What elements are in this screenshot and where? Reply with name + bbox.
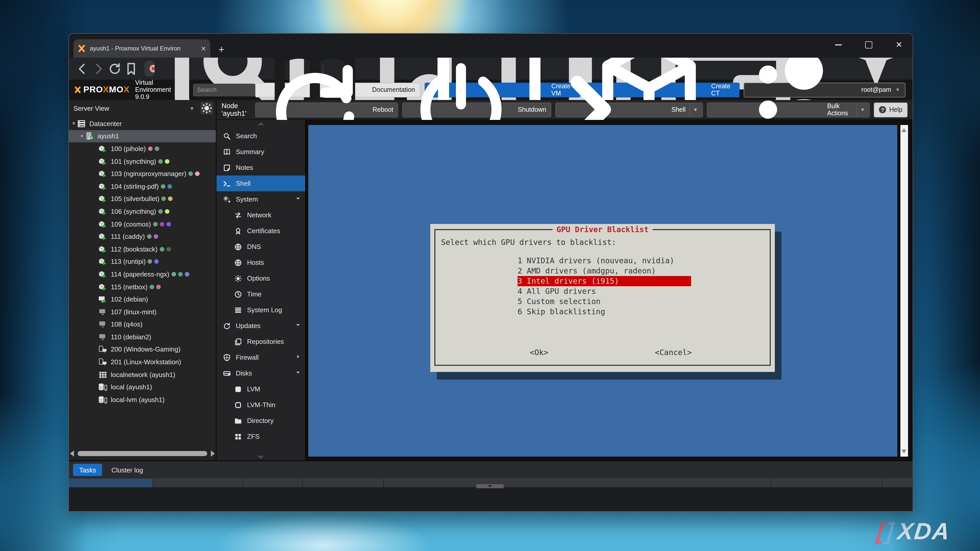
view-selector[interactable]: Server View [73,104,189,112]
tree-item[interactable]: 110 (debian2) [69,330,216,343]
chevron-down-icon[interactable]: ▼ [690,103,698,117]
tree-item[interactable]: 108 (q4os) [69,318,216,330]
scroll-up-icon[interactable] [901,128,907,132]
nav-item-updates[interactable]: Updates [216,318,305,333]
reload-icon[interactable] [108,62,122,76]
shutdown-button[interactable]: Shutdown [402,102,552,117]
tree-item[interactable]: 114 (paperless-ngx) [69,268,216,280]
panel-splitter-handle[interactable] [476,484,504,488]
nav-item-disks[interactable]: Disks [216,365,305,381]
tree-item[interactable]: 106 (syncthing) [69,205,216,218]
nav-item-repositories[interactable]: Repositories [216,333,305,349]
nav-item-shell[interactable]: Shell [216,176,305,191]
tree-item[interactable]: 101 (syncthing) [69,155,216,168]
tree-item[interactable]: 100 (pihole) [69,142,216,155]
browser-tab[interactable]: ayush1 - Proxmox Virtual Environ ✕ [73,39,210,58]
caret-right-icon[interactable] [295,354,301,361]
bookmark-icon[interactable] [124,62,138,76]
forward-icon[interactable] [91,62,106,76]
nav-item-time[interactable]: Time [216,286,305,302]
nav-item-lvm-thin[interactable]: LVM-Thin [216,397,305,413]
tree-item-label: 201 (Linux-Workstation) [111,358,181,366]
caret-down-icon[interactable] [295,322,301,330]
nav-item-options[interactable]: Options [216,270,305,286]
tree-item[interactable]: 107 (linux-mint) [69,306,216,318]
tree-item[interactable]: local (ayush1) [69,381,216,393]
tree-settings-button[interactable] [200,102,213,114]
scroll-down-icon[interactable] [901,449,907,454]
nav-item-notes[interactable]: Notes [216,160,305,176]
nav-scroll-down-icon[interactable] [216,453,305,460]
dialog-option[interactable]: 2 AMD drivers (amdgpu, radeon) [517,266,691,276]
tree-item[interactable]: ▼Datacenter [69,118,216,130]
dialog-option[interactable]: 4 All GPU drivers [517,286,691,297]
nav-item-zfs[interactable]: ZFS [216,429,305,445]
dialog-option[interactable]: 6 Skip blacklisting [517,306,691,317]
status-dot [185,272,189,276]
tree-item[interactable]: 115 (netbox) [69,280,216,293]
caret-down-icon[interactable] [295,369,301,377]
address-bar[interactable]: ✕ Not secure https://192.168.1.97:8006/#… [145,61,155,76]
help-button[interactable]: ? Help [874,102,907,117]
nav-item-hosts[interactable]: Hosts [216,254,305,270]
nav-item-dns[interactable]: DNS [216,239,305,254]
scrollbar-thumb[interactable] [78,451,207,456]
shell-console[interactable]: GPU Driver Blacklist Select which GPU dr… [306,120,913,460]
tree-expand-icon[interactable]: ▼ [71,121,76,126]
caret-down-icon[interactable] [295,195,301,203]
tab-close-icon[interactable]: ✕ [200,44,206,52]
nav-item-system[interactable]: System [216,191,305,207]
tree-item[interactable]: 104 (stirling-pdf) [69,180,216,192]
dialog-option[interactable]: 1 NVIDIA drivers (nouveau, nvidia) [517,256,691,266]
nav-item-system-log[interactable]: System Log [216,302,305,318]
tree-horizontal-scrollbar[interactable] [70,450,215,457]
minimize-icon[interactable] [835,44,842,45]
shell-button[interactable]: Shell ▼ [555,102,703,117]
lxc-running-icon [98,257,108,266]
tree-item[interactable]: 201 (Linux-Workstation) [69,356,216,368]
close-icon[interactable]: ✕ [896,41,902,49]
scroll-right-icon[interactable] [211,451,215,457]
scroll-left-icon[interactable] [70,451,74,457]
tree-item[interactable]: 112 (bookstack) [69,243,216,256]
cancel-button[interactable]: <Cancel> [655,348,692,357]
nav-item-directory[interactable]: Directory [216,413,305,429]
not-secure-icon[interactable]: ✕ [150,65,155,73]
nav-item-network[interactable]: Network [216,207,305,223]
terminal-scrollbar[interactable] [900,125,908,457]
maximize-icon[interactable] [865,41,872,48]
nav-item-firewall[interactable]: Firewall [216,349,305,365]
tree-item[interactable]: 109 (cosmos) [69,218,216,230]
tree-item[interactable]: 200 (Windows-Gaming) [69,343,216,356]
nav-item-search[interactable]: Search [216,128,305,144]
reboot-button[interactable]: Reboot [255,102,398,117]
tab-tasks[interactable]: Tasks [73,464,102,476]
tree-item[interactable]: 113 (runtipi) [69,256,216,268]
nav-item-certificates[interactable]: Certificates [216,223,305,239]
tree-item[interactable]: ▼ayush1 [69,130,216,142]
nav-item-lvm[interactable]: LVM [216,381,305,397]
tree-item[interactable]: 105 (silverbullet) [69,192,216,205]
tree-item[interactable]: 111 (caddy) [69,230,216,243]
nav-scroll-up-icon[interactable] [216,121,305,128]
new-tab-button[interactable]: + [218,44,224,55]
notes-icon [223,164,231,171]
ok-button[interactable]: <Ok> [530,348,548,357]
chevron-down-icon[interactable]: ▼ [189,105,194,111]
bulk-actions-button[interactable]: Bulk Actions ▼ [707,102,870,117]
global-search-input[interactable]: Search [193,83,256,96]
tree-item[interactable]: local-lvm (ayush1) [69,393,216,406]
xda-watermark: []XDA [876,517,952,545]
back-icon[interactable] [75,62,89,76]
chevron-down-icon[interactable]: ▼ [857,103,865,117]
tree-item[interactable]: 103 (nginxproxymanager) [69,168,216,180]
tab-cluster-log[interactable]: Cluster log [111,466,143,474]
dialog-option[interactable]: 5 Custom selection [517,297,691,306]
tree-item[interactable]: 102 (debian) [69,293,216,306]
tree-item[interactable]: localnetwork (ayush1) [69,368,216,381]
dialog-option[interactable]: 3 Intel drivers (i915) [517,276,691,286]
tree-item-label: 100 (pihole) [111,145,146,152]
terminal-screen[interactable]: GPU Driver Blacklist Select which GPU dr… [308,125,897,457]
nav-item-summary[interactable]: Summary [216,144,305,160]
tree-expand-icon[interactable]: ▼ [79,134,85,139]
